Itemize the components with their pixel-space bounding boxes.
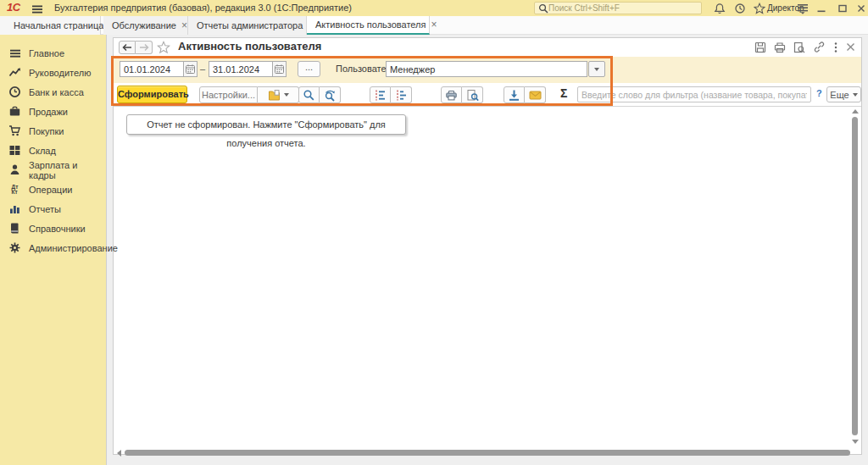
notifications-bell-icon[interactable] bbox=[714, 3, 726, 14]
sidebar-item-label: Банк и касса bbox=[29, 87, 84, 97]
history-icon[interactable] bbox=[734, 3, 746, 14]
sidebar-item-purchases[interactable]: Покупки bbox=[0, 121, 106, 141]
back-button[interactable] bbox=[119, 41, 136, 54]
report-variants-button[interactable] bbox=[258, 86, 299, 103]
favorites-star-icon[interactable] bbox=[754, 3, 765, 14]
print-preview-icon[interactable] bbox=[793, 42, 805, 53]
1c-logo-icon: 1С bbox=[7, 1, 20, 14]
settings-button[interactable]: Настройки... bbox=[199, 86, 258, 103]
tab-label: Активность пользователя bbox=[315, 19, 426, 30]
sum-sigma-button[interactable]: Σ bbox=[560, 86, 567, 100]
sidebar-item-salary-hr[interactable]: Зарплата и кадры bbox=[0, 160, 106, 180]
app-title: Бухгалтерия предприятия (базовая), редак… bbox=[54, 3, 352, 13]
report-toolbar: Сформировать Настройки... bbox=[114, 83, 861, 106]
menu-lines-icon bbox=[8, 47, 21, 59]
calendar-icon[interactable] bbox=[272, 61, 287, 77]
get-link-icon[interactable] bbox=[813, 41, 826, 53]
tab-user-activity[interactable]: Активность пользователя × bbox=[307, 16, 430, 35]
main-menu-icon[interactable] bbox=[31, 3, 43, 15]
minimize-window-icon[interactable] bbox=[816, 3, 826, 14]
add-favorite-star-icon[interactable] bbox=[157, 41, 170, 54]
sidebar-item-label: Администрирование bbox=[29, 243, 118, 253]
chevron-down-icon bbox=[594, 68, 599, 71]
titlebar: 1С Бухгалтерия предприятия (базовая), ре… bbox=[0, 0, 868, 16]
report-header-row: Активность пользователя bbox=[114, 38, 861, 57]
sidebar-item-label: Главное bbox=[29, 48, 64, 58]
collapse-groups-icon bbox=[395, 89, 408, 102]
help-button[interactable]: ? bbox=[816, 88, 822, 98]
tab-close-icon[interactable]: × bbox=[431, 20, 437, 29]
sidebar-item-main[interactable]: Главное bbox=[0, 43, 106, 63]
tab-admin-reports[interactable]: Отчеты администратора × bbox=[188, 16, 307, 35]
sidebar-item-label: Покупки bbox=[29, 126, 64, 136]
service-menu-icon[interactable] bbox=[797, 3, 809, 14]
tab-home[interactable]: Начальная страница bbox=[0, 16, 101, 35]
global-search-input[interactable] bbox=[548, 3, 698, 13]
collapse-groups-button[interactable] bbox=[391, 86, 412, 103]
sidebar-item-bank-cash[interactable]: Банк и касса bbox=[0, 82, 106, 102]
sidebar-item-directories[interactable]: Справочники bbox=[0, 219, 106, 238]
close-report-icon[interactable] bbox=[846, 42, 855, 52]
close-window-icon[interactable] bbox=[856, 3, 866, 14]
sidebar-item-label: Операции bbox=[29, 185, 72, 195]
horizontal-scrollbar[interactable] bbox=[125, 450, 850, 456]
send-email-button[interactable] bbox=[525, 86, 546, 103]
envelope-icon bbox=[529, 89, 542, 102]
save-file-button[interactable] bbox=[504, 86, 525, 103]
page-title: Активность пользователя bbox=[178, 40, 321, 53]
more-button-label: Еще bbox=[830, 90, 849, 100]
period-options-button[interactable]: ... bbox=[298, 61, 320, 77]
sidebar-item-warehouse[interactable]: Склад bbox=[0, 141, 106, 160]
print-preview-button[interactable] bbox=[462, 86, 483, 103]
section-sidebar: Главное Руководителю Банк и касса Продаж… bbox=[0, 35, 107, 465]
generate-button[interactable]: Сформировать bbox=[117, 86, 187, 103]
tab-label: Отчеты администратора bbox=[197, 20, 303, 30]
debit-credit-icon: ДтКт bbox=[8, 183, 21, 196]
report-filter-row: – ... Пользователь: bbox=[114, 57, 861, 83]
sidebar-item-label: Склад bbox=[29, 146, 56, 156]
tab-label: Начальная страница bbox=[14, 20, 103, 30]
vertical-scrollbar[interactable] bbox=[852, 117, 858, 435]
search-cancel-icon bbox=[324, 89, 337, 102]
scroll-down-icon[interactable] bbox=[852, 440, 859, 444]
sidebar-item-label: Зарплата и кадры bbox=[29, 160, 106, 180]
expand-groups-button[interactable] bbox=[370, 86, 391, 103]
sidebar-item-administration[interactable]: Администрирование bbox=[0, 238, 106, 257]
sidebar-item-label: Продажи bbox=[29, 107, 68, 117]
save-icon[interactable] bbox=[754, 42, 766, 53]
sidebar-item-label: Руководителю bbox=[29, 68, 91, 78]
search-icon bbox=[538, 3, 548, 14]
calendar-icon[interactable] bbox=[183, 61, 198, 77]
tab-close-icon[interactable]: × bbox=[181, 21, 187, 30]
report-body: Отчет не сформирован. Нажмите "Сформиров… bbox=[114, 106, 861, 454]
period-from-input[interactable] bbox=[120, 61, 184, 77]
report-window: Активность пользователя – ... Пользовате… bbox=[113, 37, 862, 455]
chevron-down-icon bbox=[284, 93, 289, 97]
gear-icon bbox=[8, 241, 21, 254]
briefcase-icon bbox=[8, 105, 21, 118]
sidebar-item-reports[interactable]: Отчеты bbox=[0, 199, 106, 219]
restore-window-icon[interactable] bbox=[837, 3, 848, 14]
scroll-up-icon[interactable] bbox=[852, 109, 859, 113]
period-to-input[interactable] bbox=[209, 61, 273, 77]
cancel-search-button[interactable] bbox=[320, 86, 341, 103]
sidebar-item-sales[interactable]: Продажи bbox=[0, 102, 106, 121]
print-icon[interactable] bbox=[774, 42, 786, 53]
quick-filter-input[interactable] bbox=[577, 86, 811, 102]
more-dots-icon[interactable] bbox=[833, 42, 838, 53]
print-button[interactable] bbox=[441, 86, 462, 103]
tab-bar: Начальная страница Обслуживание × Отчеты… bbox=[0, 16, 868, 35]
tab-maintenance[interactable]: Обслуживание × bbox=[103, 16, 188, 35]
sidebar-item-operations[interactable]: ДтКт Операции bbox=[0, 180, 106, 199]
find-button[interactable] bbox=[298, 86, 320, 103]
user-field-input[interactable] bbox=[386, 61, 587, 77]
user-dropdown-button[interactable] bbox=[588, 61, 605, 77]
pallet-grid-icon bbox=[8, 144, 21, 157]
sidebar-item-manager[interactable]: Руководителю bbox=[0, 63, 106, 82]
cart-icon bbox=[8, 125, 21, 137]
forward-button[interactable] bbox=[136, 41, 153, 54]
global-search[interactable] bbox=[534, 2, 702, 14]
more-button[interactable]: Еще bbox=[826, 86, 861, 102]
report-empty-message: Отчет не сформирован. Нажмите "Сформиров… bbox=[126, 114, 406, 135]
scroll-left-icon[interactable] bbox=[117, 450, 121, 457]
